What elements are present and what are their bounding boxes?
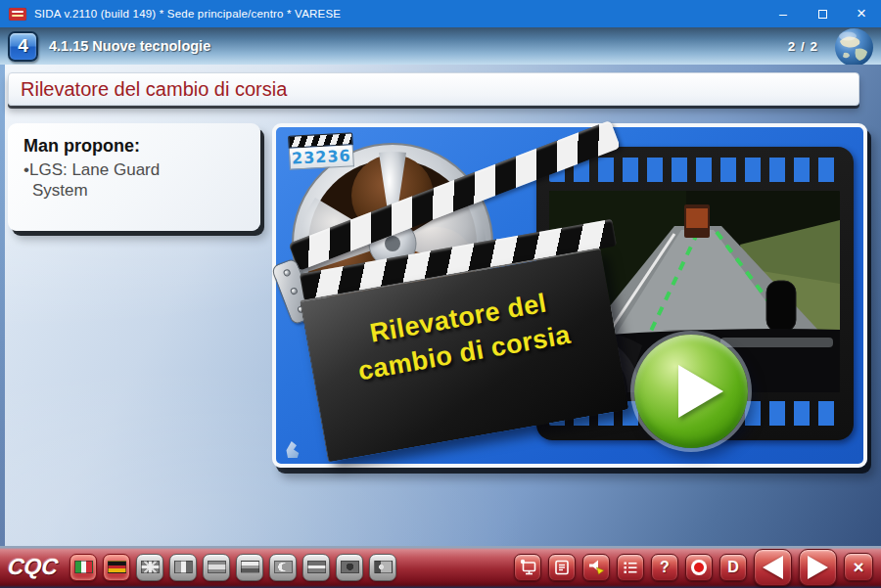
maximize-icon	[818, 10, 827, 19]
flag-spain-button[interactable]	[203, 554, 230, 581]
turkey-flag-icon	[274, 561, 293, 573]
next-page-button[interactable]	[799, 549, 837, 586]
chapter-badge: 4	[8, 31, 38, 62]
albania-flag-icon	[341, 561, 359, 573]
chapter-list-icon	[622, 559, 639, 576]
film-sprocket-holes-top	[549, 158, 841, 182]
lesson-title: 4.1.15 Nuove tecnologie	[49, 38, 210, 54]
page-counter: 2 / 2	[788, 39, 818, 54]
note-title: Man propone:	[23, 136, 249, 157]
flag-france-button[interactable]	[169, 554, 197, 581]
flag-russia-button[interactable]	[236, 554, 263, 581]
lesson-header: 4 4.1.15 Nuove tecnologie 2 / 2	[0, 27, 881, 65]
flag-united-kingdom-button[interactable]	[136, 554, 163, 581]
page-title: Rilevatore del cambio di corsia	[9, 73, 858, 105]
spain-flag-icon	[208, 561, 226, 573]
minimize-icon: –	[779, 9, 787, 19]
screen-cast-button[interactable]	[514, 554, 541, 581]
page-title-bar: Rilevatore del cambio di corsia	[8, 72, 859, 106]
document-icon	[553, 559, 571, 576]
watermark-logo	[285, 441, 300, 458]
flag-netherlands-button[interactable]	[302, 554, 330, 581]
toolbar: CQC	[0, 546, 881, 588]
audio-icon	[587, 558, 606, 576]
next-icon	[808, 556, 828, 579]
minimize-button[interactable]: –	[764, 0, 803, 27]
previous-icon	[763, 556, 783, 579]
clip-id-badge: 23236	[288, 132, 354, 169]
note-bullet: •LGS: Lane Guard System	[23, 160, 182, 201]
flag-turkey-button[interactable]	[269, 554, 297, 581]
titlebar: SIDA v.2110 (build 149) * Sede principal…	[0, 0, 881, 27]
screen-cast-icon	[519, 558, 537, 576]
video-thumbnail[interactable]: Rilevatore del cambio di corsia 23236	[272, 123, 867, 468]
chapter-d-button[interactable]: D	[719, 554, 747, 581]
flag-italy-button[interactable]	[70, 554, 97, 581]
flag-portugal-button[interactable]	[369, 554, 396, 581]
record-button[interactable]	[685, 554, 713, 581]
play-button[interactable]	[634, 335, 748, 448]
russia-flag-icon	[241, 561, 259, 573]
notes-button[interactable]	[548, 554, 576, 581]
clip-id: 23236	[289, 145, 354, 169]
netherlands-flag-icon	[307, 561, 326, 573]
france-flag-icon	[174, 561, 193, 573]
app-icon	[9, 8, 26, 21]
help-button[interactable]: ?	[651, 554, 678, 581]
chapter-d-icon: D	[727, 559, 739, 576]
play-icon	[678, 365, 723, 418]
cqc-logo: CQC	[7, 554, 60, 580]
record-icon	[691, 560, 707, 575]
exit-button[interactable]: ×	[844, 553, 873, 581]
audio-button[interactable]	[582, 554, 610, 581]
index-button[interactable]	[617, 554, 644, 581]
portugal-flag-icon	[374, 561, 393, 573]
maximize-button[interactable]	[803, 0, 842, 27]
window-title: SIDA v.2110 (build 149) * Sede principal…	[34, 8, 341, 20]
italy-flag-icon	[74, 561, 93, 573]
previous-page-button[interactable]	[754, 549, 792, 586]
flag-albania-button[interactable]	[336, 554, 363, 581]
close-icon: ×	[857, 4, 866, 23]
globe-icon	[834, 27, 874, 68]
sida-window: SIDA v.2110 (build 149) * Sede principal…	[0, 0, 881, 588]
close-window-button[interactable]: ×	[842, 0, 881, 27]
slide-content: Rilevatore del cambio di corsia Man prop…	[0, 65, 881, 546]
flag-germany-button[interactable]	[103, 554, 130, 581]
note-card: Man propone: •LGS: Lane Guard System	[8, 123, 260, 231]
united-kingdom-flag-icon	[141, 561, 160, 573]
help-icon: ?	[660, 559, 670, 576]
germany-flag-icon	[108, 561, 126, 573]
exit-icon: ×	[853, 558, 863, 576]
